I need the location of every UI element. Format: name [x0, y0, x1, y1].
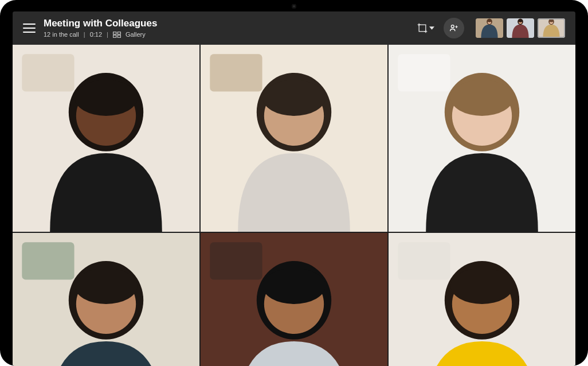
svg-rect-47 — [210, 242, 262, 279]
svg-point-26 — [75, 80, 138, 116]
participant-tile[interactable] — [13, 233, 199, 366]
video-grid — [13, 45, 575, 366]
svg-rect-29 — [210, 54, 262, 91]
participant-tile[interactable] — [389, 45, 575, 232]
svg-rect-35 — [398, 54, 450, 91]
svg-point-50 — [262, 268, 326, 304]
svg-rect-0 — [113, 32, 116, 34]
svg-rect-2 — [113, 35, 116, 37]
top-bar: Meeting with Colleagues 12 in the call |… — [13, 11, 575, 45]
overflow-thumbnail[interactable] — [476, 18, 503, 38]
participant-tile[interactable] — [201, 45, 387, 232]
participant-tile[interactable] — [389, 233, 575, 366]
menu-button[interactable] — [23, 24, 36, 33]
overflow-thumbnail[interactable] — [538, 18, 565, 38]
svg-rect-3 — [117, 35, 120, 37]
participant-count: 12 in the call — [44, 31, 79, 38]
device-frame: Meeting with Colleagues 12 in the call |… — [0, 0, 588, 366]
overflow-thumbnail[interactable] — [507, 18, 534, 38]
svg-point-56 — [450, 268, 513, 304]
overflow-thumbnails — [476, 18, 565, 38]
separator: | — [84, 31, 85, 38]
svg-rect-4 — [419, 25, 426, 32]
svg-rect-41 — [22, 242, 74, 279]
app-window: Meeting with Colleagues 12 in the call |… — [13, 11, 575, 366]
webcam-dot — [292, 4, 296, 9]
svg-rect-23 — [22, 54, 74, 91]
view-mode-label[interactable]: Gallery — [126, 31, 146, 38]
svg-rect-1 — [117, 32, 120, 34]
crop-view-button[interactable] — [415, 18, 436, 38]
svg-point-15 — [519, 20, 522, 22]
svg-point-44 — [75, 268, 138, 304]
title-block: Meeting with Colleagues 12 in the call |… — [44, 18, 157, 38]
meeting-subline: 12 in the call | 0:12 | Gallery — [44, 31, 157, 38]
svg-point-38 — [450, 80, 513, 116]
separator: | — [107, 31, 108, 38]
gallery-icon — [113, 32, 121, 38]
svg-point-10 — [488, 20, 491, 22]
svg-point-32 — [262, 80, 326, 116]
participant-tile[interactable] — [13, 45, 199, 232]
meeting-title: Meeting with Colleagues — [44, 18, 157, 29]
svg-point-5 — [451, 25, 454, 28]
participant-tile[interactable] — [201, 233, 387, 366]
svg-rect-53 — [398, 242, 450, 279]
elapsed-time: 0:12 — [90, 31, 102, 38]
add-participant-button[interactable] — [444, 18, 464, 38]
svg-point-20 — [550, 20, 553, 22]
